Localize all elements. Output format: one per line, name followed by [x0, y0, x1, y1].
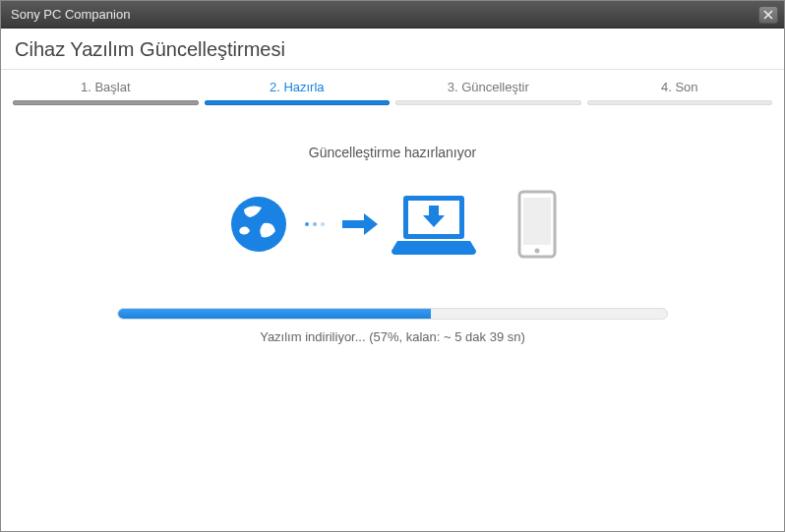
- page-header: Cihaz Yazılım Güncelleştirmesi: [1, 29, 784, 70]
- svg-point-0: [231, 197, 286, 252]
- step-label: 1. Başlat: [13, 80, 199, 100]
- download-progress-bar: [117, 308, 668, 320]
- content-area: Güncelleştirme hazırlanıyor: [1, 105, 784, 531]
- step-finish: 4. Son: [587, 80, 773, 105]
- download-graphic: [228, 190, 557, 259]
- status-heading: Güncelleştirme hazırlanıyor: [309, 145, 476, 160]
- app-title: Sony PC Companion: [11, 7, 758, 22]
- svg-rect-4: [523, 198, 551, 245]
- laptop-download-icon: [392, 192, 476, 257]
- transfer-dots-icon: [305, 222, 325, 226]
- step-label: 4. Son: [587, 80, 773, 100]
- download-progress-text: Yazılım indiriliyor... (57%, kalan: ~ 5 …: [260, 329, 525, 344]
- wizard-steps: 1. Başlat 2. Hazırla 3. Güncelleştir 4. …: [1, 70, 784, 105]
- arrow-right-icon: [340, 210, 380, 238]
- step-start: 1. Başlat: [13, 80, 199, 105]
- step-update: 3. Güncelleştir: [395, 80, 581, 105]
- app-window: Sony PC Companion Cihaz Yazılım Güncelle…: [0, 0, 785, 532]
- titlebar: Sony PC Companion: [1, 1, 784, 29]
- phone-icon: [517, 190, 557, 259]
- svg-point-5: [535, 249, 540, 254]
- page-title: Cihaz Yazılım Güncelleştirmesi: [15, 38, 770, 61]
- download-progress-fill: [118, 309, 431, 319]
- step-label: 2. Hazırla: [205, 80, 391, 100]
- step-prepare: 2. Hazırla: [205, 80, 391, 105]
- step-label: 3. Güncelleştir: [395, 80, 581, 100]
- close-icon: [763, 10, 773, 20]
- globe-icon: [228, 194, 289, 255]
- close-button[interactable]: [758, 6, 778, 24]
